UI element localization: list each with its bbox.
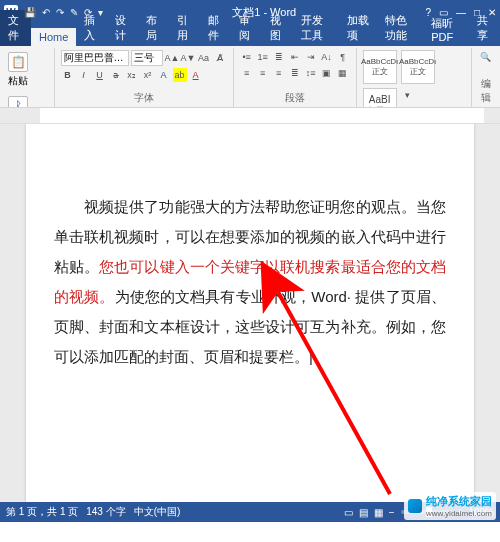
group-label-paragraph: 段落 (240, 91, 350, 107)
document-area: 视频提供了功能强大的方法帮助您证明您的观点。当您单击联机视频时，可以在想要添加的… (0, 124, 500, 502)
text-effects-icon[interactable]: A (157, 68, 171, 82)
view-print-icon[interactable]: ▤ (359, 507, 368, 518)
italic-icon[interactable]: I (77, 68, 91, 82)
tab-references[interactable]: 引用 (169, 10, 200, 46)
styles-more-icon[interactable]: ▾ (401, 88, 415, 102)
indent-decrease-icon[interactable]: ⇤ (288, 50, 302, 64)
find-icon[interactable]: 🔍 (478, 50, 492, 64)
borders-icon[interactable]: ▦ (336, 66, 350, 80)
justify-icon[interactable]: ≣ (288, 66, 302, 80)
strike-icon[interactable]: a̶ (109, 68, 123, 82)
decrease-font-icon[interactable]: A▼ (181, 51, 195, 65)
change-case-icon[interactable]: Aa (197, 51, 211, 65)
status-word-count[interactable]: 143 个字 (86, 505, 125, 519)
font-name-input[interactable] (61, 50, 129, 66)
tab-view[interactable]: 视图 (262, 10, 293, 46)
indent-increase-icon[interactable]: ⇥ (304, 50, 318, 64)
subscript-icon[interactable]: x₂ (125, 68, 139, 82)
multilevel-icon[interactable]: ≣ (272, 50, 286, 64)
status-language[interactable]: 中文(中国) (134, 505, 181, 519)
show-marks-icon[interactable]: ¶ (336, 50, 350, 64)
bluetooth-icon: ᛒ (8, 96, 28, 108)
ribbon-group-font: A▲ A▼ Aa A̸ B I U a̶ x₂ x² A ab A 字体 (55, 48, 234, 107)
undo-icon[interactable]: ↶ (42, 7, 50, 18)
sort-icon[interactable]: A↓ (320, 50, 334, 64)
ribbon-group-paragraph: •≡ 1≡ ≣ ⇤ ⇥ A↓ ¶ ≡ ≡ ≡ ≣ ↕≡ ▣ ▦ (234, 48, 357, 107)
view-read-icon[interactable]: ▭ (344, 507, 353, 518)
status-page[interactable]: 第 1 页，共 1 页 (6, 505, 78, 519)
paste-icon: 📋 (8, 52, 28, 72)
highlight-icon[interactable]: ab (173, 68, 187, 82)
save-icon[interactable]: 💾 (24, 7, 36, 18)
document-paragraph[interactable]: 视频提供了功能强大的方法帮助您证明您的观点。当您单击联机视频时，可以在想要添加的… (54, 192, 446, 372)
ruler-right-margin (484, 108, 500, 123)
ribbon-group-editing: 🔍 编辑 (472, 48, 500, 107)
line-spacing-icon[interactable]: ↕≡ (304, 66, 318, 80)
horizontal-ruler[interactable] (0, 108, 500, 124)
font-color-icon[interactable]: A (189, 68, 203, 82)
watermark-url: www.yidaimei.com (426, 509, 492, 518)
ribbon-group-styles: AaBbCcDı 正文 AaBbCcDı 正文 AaBI 标题 1 ▾ 样式 (357, 48, 472, 107)
font-size-input[interactable] (131, 50, 163, 66)
refresh-icon[interactable]: ⟳ (84, 7, 92, 18)
tab-home[interactable]: Home (31, 28, 76, 46)
ribbon: 📋 粘贴 ᛒ 蓝牙 剪贴板 A▲ A▼ Aa A̸ B (0, 46, 500, 108)
brush-icon[interactable]: ✎ (70, 7, 78, 18)
tab-review[interactable]: 审阅 (231, 10, 262, 46)
ribbon-group-clipboard: 📋 粘贴 ᛒ 蓝牙 剪贴板 (0, 48, 55, 107)
clear-format-icon[interactable]: A̸ (213, 51, 227, 65)
underline-icon[interactable]: U (93, 68, 107, 82)
watermark-brand: 纯净系统家园 (426, 494, 492, 509)
align-center-icon[interactable]: ≡ (256, 66, 270, 80)
align-right-icon[interactable]: ≡ (272, 66, 286, 80)
style-heading1[interactable]: AaBI 标题 1 (363, 88, 397, 108)
paste-button[interactable]: 📋 粘贴 (6, 50, 30, 90)
tab-developer[interactable]: 开发工具 (293, 10, 339, 46)
shading-icon[interactable]: ▣ (320, 66, 334, 80)
align-left-icon[interactable]: ≡ (240, 66, 254, 80)
style-normal-2[interactable]: AaBbCcDı 正文 (401, 50, 435, 84)
watermark: 纯净系统家园 www.yidaimei.com (404, 492, 496, 520)
group-label-editing: 编辑 (478, 77, 494, 107)
watermark-logo-icon (408, 499, 422, 513)
bullets-icon[interactable]: •≡ (240, 50, 254, 64)
tab-features[interactable]: 特色功能 (377, 10, 423, 46)
superscript-icon[interactable]: x² (141, 68, 155, 82)
ribbon-tabs: 文件 Home 插入 设计 布局 引用 邮件 审阅 视图 开发工具 加载项 特色… (0, 24, 500, 46)
tab-design[interactable]: 设计 (107, 10, 138, 46)
group-label-font: 字体 (61, 91, 227, 107)
increase-font-icon[interactable]: A▲ (165, 51, 179, 65)
bluetooth-button[interactable]: ᛒ 蓝牙 (6, 94, 30, 108)
tab-mailings[interactable]: 邮件 (200, 10, 231, 46)
bold-icon[interactable]: B (61, 68, 75, 82)
style-normal-1[interactable]: AaBbCcDı 正文 (363, 50, 397, 84)
numbering-icon[interactable]: 1≡ (256, 50, 270, 64)
qat-more-icon[interactable]: ▾ (98, 7, 103, 18)
quick-access-toolbar: 💾 ↶ ↷ ✎ ⟳ ▾ (24, 7, 103, 18)
ruler-left-margin (0, 108, 40, 123)
zoom-out-icon[interactable]: − (389, 507, 395, 518)
tab-layout[interactable]: 布局 (138, 10, 169, 46)
view-web-icon[interactable]: ▦ (374, 507, 383, 518)
tab-foxit-pdf[interactable]: 福昕PDF (423, 13, 469, 46)
share-button[interactable]: 共享 (469, 10, 500, 46)
document-page[interactable]: 视频提供了功能强大的方法帮助您证明您的观点。当您单击联机视频时，可以在想要添加的… (26, 124, 474, 502)
redo-icon[interactable]: ↷ (56, 7, 64, 18)
tab-addins[interactable]: 加载项 (339, 10, 377, 46)
